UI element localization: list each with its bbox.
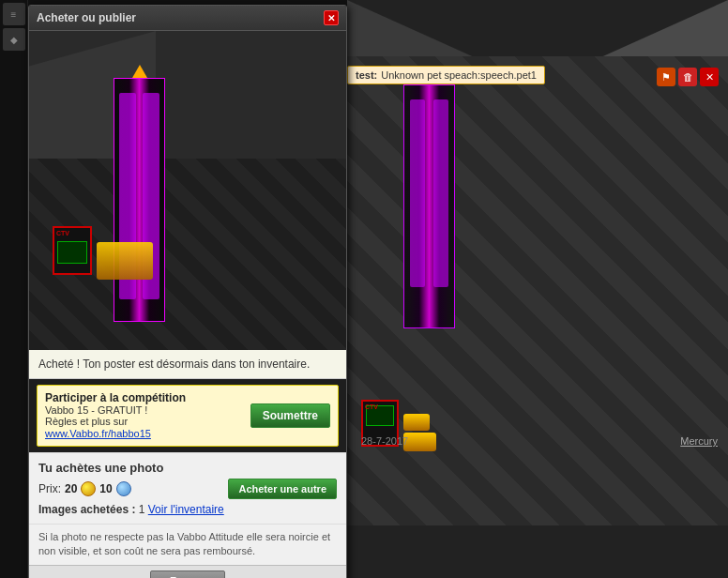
competition-text-block: Participer à la compétition Vabbo 15 - G…: [45, 391, 243, 440]
preview-tv: CTV: [53, 226, 92, 275]
competition-rules-text: Règles et plus sur: [45, 416, 128, 427]
bottom-buttons: Fermer: [29, 565, 346, 578]
preview-area: CTV: [29, 31, 346, 350]
images-label: Images achetées :: [38, 503, 135, 516]
preview-room: CTV: [29, 31, 346, 350]
modal-title: Acheter ou publier: [37, 11, 136, 24]
price-label: Prix:: [38, 482, 61, 495]
error-label: test:: [356, 69, 377, 81]
room-area: CTV: [347, 0, 728, 578]
action-icons-group: ⚑ 🗑 ✕: [657, 68, 719, 86]
warning-text: Si la photo ne respecte pas la Vabbo Att…: [29, 524, 346, 565]
coin-icon: [81, 481, 96, 496]
room-username[interactable]: Mercury: [680, 435, 718, 447]
purchase-info: Tu achètes une photo Prix: 20 10 Acheter…: [29, 452, 346, 524]
diamond-icon: [116, 481, 131, 496]
error-message: Unknown pet speach:speech.pet1: [381, 69, 537, 81]
buy-another-button[interactable]: Acheter une autre: [228, 479, 337, 499]
warning-message: Si la photo ne respecte pas la Vabbo Att…: [38, 531, 330, 556]
submit-button[interactable]: Soumettre: [250, 403, 330, 428]
error-notification: test: Unknown pet speach:speech.pet1: [347, 66, 545, 84]
bought-text: Acheté ! Ton poster est désormais dans t…: [38, 357, 310, 371]
images-count: 1: [139, 503, 145, 516]
price-row: Prix: 20 10 Acheter une autre: [38, 479, 337, 499]
competition-link[interactable]: www.Vabbo.fr/habbo15: [45, 428, 151, 439]
competition-title: Participer à la compétition: [45, 391, 243, 404]
room-date: 28-7-2017: [361, 435, 408, 447]
purchase-section-title: Tu achètes une photo: [38, 461, 337, 475]
modal-titlebar: Acheter ou publier ✕: [29, 6, 346, 31]
competition-subtitle: Vabbo 15 - GRATUIT !: [45, 404, 243, 416]
room-structure: [403, 84, 455, 328]
close-room-icon[interactable]: ✕: [700, 68, 719, 86]
sidebar-icon-2[interactable]: ◆: [3, 28, 25, 51]
preview-coins: [97, 242, 153, 280]
buy-publish-modal: Acheter ou publier ✕ CTV: [28, 5, 347, 578]
sidebar-icon-1[interactable]: ≡: [3, 3, 25, 25]
left-sidebar: ≡ ◆: [0, 0, 28, 578]
bought-message: Acheté ! Ton poster est désormais dans t…: [29, 350, 346, 379]
preview-structure: [114, 78, 165, 322]
view-inventory-link[interactable]: Voir l'inventaire: [148, 503, 224, 516]
price-diamonds-value: 10: [99, 482, 112, 495]
flag-icon[interactable]: ⚑: [657, 68, 675, 86]
inventory-row: Images achetées : 1 Voir l'inventaire: [38, 503, 337, 516]
modal-close-button[interactable]: ✕: [324, 10, 339, 25]
fermer-button[interactable]: Fermer: [150, 570, 226, 578]
room-footer: 28-7-2017 Mercury: [352, 435, 727, 447]
trash-icon[interactable]: 🗑: [678, 68, 697, 86]
competition-banner: Participer à la compétition Vabbo 15 - G…: [37, 385, 339, 447]
price-coins-value: 20: [65, 482, 77, 495]
